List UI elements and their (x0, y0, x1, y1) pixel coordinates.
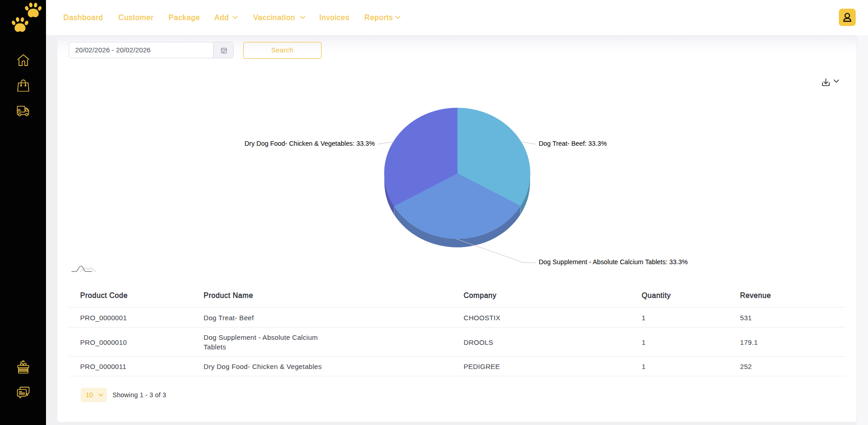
svg-text:Dry Dog Food- Chicken & Vegeta: Dry Dog Food- Chicken & Vegetables: 33.3… (245, 140, 375, 147)
svg-text:Dog Treat- Beef: 33.3%: Dog Treat- Beef: 33.3% (539, 140, 607, 147)
svg-text:Dog Supplement - Absolute Calc: Dog Supplement - Absolute Calcium Tablet… (539, 258, 688, 266)
